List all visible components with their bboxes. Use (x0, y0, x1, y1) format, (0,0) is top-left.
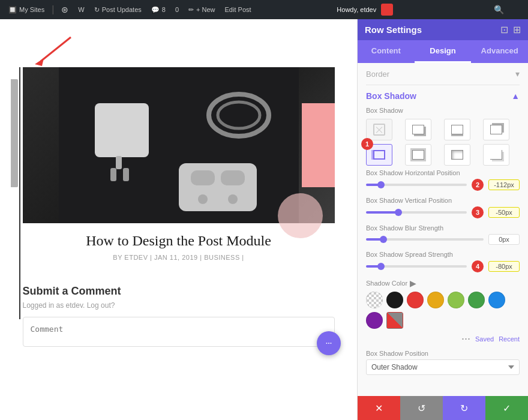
updates-icon: ↻ (94, 6, 100, 14)
color-actions: ··· Saved Recent (366, 332, 520, 345)
post-title: How to Design the Post Module (23, 233, 335, 249)
horizontal-position-thumb[interactable] (377, 181, 385, 188)
spread-strength-label: Box Shadow Spread Strength (366, 251, 520, 258)
blur-strength-thumb[interactable] (380, 236, 387, 243)
vertical-position-label: Box Shadow Vertical Position (366, 197, 520, 204)
color-swatch-orange[interactable] (427, 292, 444, 308)
vertical-position-control: 3 -50px (366, 206, 520, 218)
recent-link[interactable]: Recent (499, 335, 520, 343)
color-swatch-green[interactable] (468, 292, 485, 308)
shadow-style-topright[interactable] (483, 119, 509, 140)
border-section-header[interactable]: Border ▾ (358, 63, 528, 85)
color-swatch-black[interactable] (386, 292, 403, 308)
spread-strength-track[interactable] (366, 265, 467, 268)
horizontal-badge-value: 2 -112px (472, 179, 520, 191)
svg-point-12 (198, 194, 208, 204)
panel-header: Row Settings ⊡ ⊞ (358, 19, 528, 40)
admin-bar-updates[interactable]: ↻ Post Updates (91, 6, 145, 14)
color-more-button[interactable]: ··· (461, 332, 470, 345)
horizontal-position-value[interactable]: -112px (488, 179, 520, 190)
save-button[interactable]: ✓ (485, 396, 528, 420)
admin-bar-postupdates[interactable]: W (74, 6, 88, 13)
color-swatch-blue[interactable] (488, 292, 505, 308)
border-section-title: Border (366, 70, 389, 79)
svg-rect-5 (110, 168, 116, 181)
avatar-icon (381, 4, 393, 16)
svg-line-0 (41, 37, 71, 61)
spread-strength-value[interactable]: -80px (488, 261, 520, 272)
admin-bar-mysites[interactable]: 🔲 My Sites (5, 6, 48, 14)
blur-strength-value[interactable]: 0px (488, 234, 520, 245)
comment-section: Submit a Comment Logged in as etdev. Log… (23, 273, 335, 349)
shadow-style-bottom[interactable] (444, 119, 470, 140)
color-swatch-red[interactable] (407, 292, 424, 308)
shadow-color-label: Shadow Color ▶ (366, 278, 520, 288)
shadow-style-left-wrapper: 1 (366, 144, 403, 166)
search-button[interactable]: 🔍 (475, 4, 523, 16)
new-label: 0 (175, 6, 179, 13)
saved-link[interactable]: Saved (475, 335, 494, 343)
panel-content: Border ▾ Box Shadow ▲ Box Shadow (358, 63, 528, 396)
shadow-style-none[interactable] (366, 119, 392, 140)
shadow-spread-preview (412, 150, 424, 160)
post-image-container (23, 67, 335, 223)
horizontal-position-control: 2 -112px (366, 179, 520, 191)
main-layout: How to Design the Post Module BY ETDEV |… (0, 19, 528, 420)
admin-bar-exitbuilder[interactable]: Edit Post (221, 6, 255, 13)
tab-advanced[interactable]: Advanced (471, 40, 528, 63)
editpost-label: + New (196, 6, 215, 13)
tab-content[interactable]: Content (358, 40, 415, 63)
exit-label: Edit Post (225, 6, 251, 13)
deco-line-left (19, 67, 20, 319)
horizontal-position-row: Box Shadow Horizontal Position 2 -112px (366, 169, 520, 191)
divider-1: | (52, 4, 54, 15)
color-swatch-pencil[interactable] (386, 312, 403, 329)
shadow-style-row-2: 1 (366, 144, 520, 166)
vertical-badge-value: 3 -50px (472, 206, 520, 218)
vertical-position-track[interactable] (366, 211, 467, 214)
shadow-outer-preview (412, 125, 424, 134)
position-select[interactable]: Outer Shadow Inner Shadow (366, 359, 520, 375)
reset-button[interactable]: ↺ (400, 396, 443, 420)
grid-icon[interactable]: ⊞ (513, 24, 521, 35)
tab-design[interactable]: Design (415, 40, 472, 63)
deco-pink-rect (302, 103, 335, 187)
badge-1: 1 (361, 138, 373, 150)
color-swatch-transparent[interactable] (366, 292, 383, 308)
fullscreen-icon[interactable]: ⊡ (500, 24, 508, 35)
spread-strength-thumb[interactable] (377, 263, 385, 270)
cancel-button[interactable]: ✕ (358, 396, 400, 420)
horizontal-position-track[interactable] (366, 184, 467, 186)
comment-input[interactable] (23, 317, 335, 347)
shadow-style-corner[interactable] (483, 144, 509, 166)
panel-title: Row Settings (365, 25, 422, 35)
box-shadow-section-title[interactable]: Box Shadow ▲ (366, 91, 520, 101)
post-meta: BY ETDEV | JAN 11, 2019 | BUSINESS | (23, 254, 335, 261)
badge-2: 2 (472, 179, 484, 191)
admin-bar-wp[interactable]: ⊛ (58, 5, 72, 14)
restore-button[interactable]: ↻ (443, 396, 485, 420)
admin-bar-new[interactable]: 0 (172, 6, 182, 13)
shadow-style-spread[interactable] (405, 144, 431, 166)
postupdates-label: W (78, 6, 84, 13)
shadow-style-inner[interactable] (444, 144, 470, 166)
admin-bar-comments[interactable]: 💬 8 (148, 6, 169, 14)
comment-submit-button[interactable]: ··· (317, 331, 341, 355)
shadow-style-outer[interactable] (405, 119, 431, 140)
blur-strength-label: Box Shadow Blur Strength (366, 224, 520, 232)
vertical-position-thumb[interactable] (395, 209, 402, 216)
admin-bar-howdy: Howdy, etdev (333, 4, 397, 16)
color-swatch-lightgreen[interactable] (448, 292, 464, 308)
blur-strength-track[interactable] (366, 238, 484, 241)
border-collapse-icon: ▾ (515, 69, 520, 79)
vertical-position-value[interactable]: -50px (488, 207, 520, 218)
wp-logo-icon: ⊛ (61, 5, 68, 14)
spread-badge-value: 4 -80px (472, 260, 520, 272)
admin-bar-editpost[interactable]: ✏ + New (185, 6, 219, 14)
color-swatches (366, 292, 520, 329)
shadow-bottom-preview (451, 125, 463, 134)
position-row: Box Shadow Position Outer Shadow Inner S… (366, 350, 520, 375)
box-shadow-collapse-icon: ▲ (511, 91, 520, 101)
annotation-arrow (29, 31, 77, 67)
color-swatch-purple[interactable] (366, 312, 383, 329)
